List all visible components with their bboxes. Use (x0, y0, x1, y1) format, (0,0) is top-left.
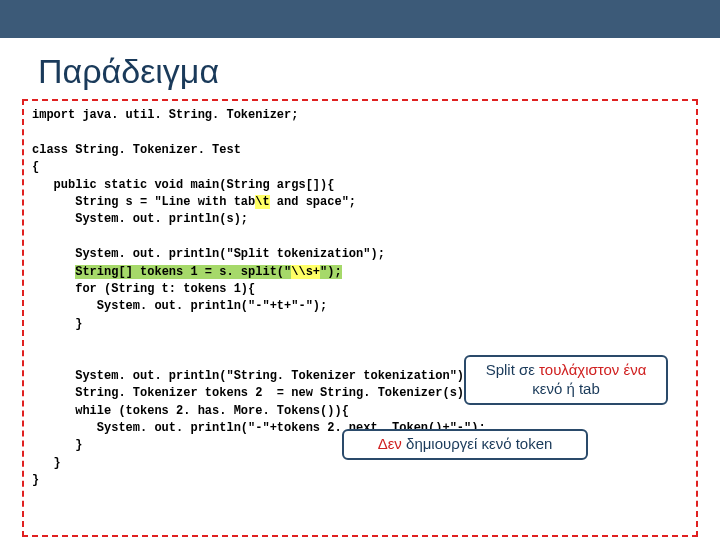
line-18: } (32, 473, 39, 487)
line-7: System. out. println("Split tokenization… (32, 247, 385, 261)
regex-highlight: \\s+ (291, 265, 320, 279)
callout-no-empty: Δεν δημιουργεί κενό token (342, 429, 588, 460)
line-9: for (String t: tokens 1){ (32, 282, 255, 296)
line-8a (32, 265, 75, 279)
line-3: { (32, 160, 39, 174)
line-13: String. Tokenizer tokens 2 = new String.… (32, 386, 471, 400)
line-16: } (32, 438, 82, 452)
line-6: System. out. println(s); (32, 212, 248, 226)
split-highlight-b: "); (320, 265, 342, 279)
callout-split: Split σε τουλάχιστον ένα κενό ή tab (464, 355, 668, 405)
escape-tab-highlight: \t (255, 195, 269, 209)
split-highlight-a: String[] tokens 1 = s. split(" (75, 265, 291, 279)
callout-split-post: κενό ή tab (532, 380, 600, 397)
callout-split-red: τουλάχιστον ένα (539, 361, 646, 378)
line-4: public static void main(String args[]){ (32, 178, 334, 192)
line-14: while (tokens 2. has. More. Tokens()){ (32, 404, 349, 418)
line-17: } (32, 456, 61, 470)
line-11: } (32, 317, 82, 331)
line-5c: and space"; (270, 195, 356, 209)
code-container: import java. util. String. Tokenizer; cl… (22, 99, 698, 537)
line-12: System. out. println("String. Tokenizer … (32, 369, 471, 383)
callout-split-pre: Split σε (486, 361, 539, 378)
callout-no-empty-post: δημιουργεί κενό token (402, 435, 553, 452)
line-5a: String s = "Line with tab (32, 195, 255, 209)
callout-no-empty-red: Δεν (378, 435, 402, 452)
line-1: import java. util. String. Tokenizer; (32, 108, 298, 122)
line-2: class String. Tokenizer. Test (32, 143, 241, 157)
slide-title: Παράδειγμα (38, 52, 720, 91)
line-10: System. out. println("-"+t+"-"); (32, 299, 327, 313)
header-bar (0, 0, 720, 38)
